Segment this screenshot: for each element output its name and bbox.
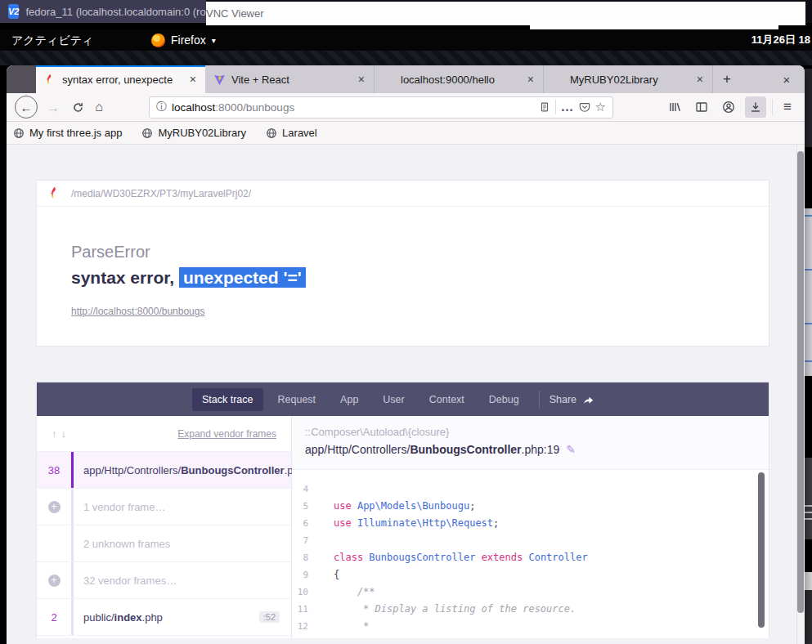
desktop-wallpaper [0, 51, 812, 65]
share-button[interactable]: Share [550, 394, 594, 405]
app-menu-label: Firefox [171, 34, 206, 47]
background-window: VNC Viewer [206, 2, 805, 25]
code-line: 6use Illuminate\Http\Request; [292, 515, 769, 532]
url-text[interactable]: localhost:8000/bunbougs [172, 101, 534, 114]
browser-tab[interactable]: MyRUBY02Library× [544, 65, 713, 93]
firefox-icon [151, 34, 165, 47]
forward-button[interactable]: → [43, 96, 64, 118]
home-button[interactable]: ⌂ [88, 96, 110, 118]
tab-close-icon[interactable]: × [188, 73, 198, 86]
navigation-toolbar: ← → ⌂ ⓘ localhost:8000/bunbougs … ☆ [7, 93, 805, 122]
library-button[interactable] [664, 96, 685, 118]
page-scrollbar-track[interactable] [796, 145, 805, 644]
tab-title: MyRUBY02Library [570, 74, 689, 86]
page-actions-button[interactable]: … [561, 100, 574, 114]
frame-label: public/index.php:52 [71, 599, 291, 635]
line-number: 4 [292, 481, 308, 498]
frame-down-button[interactable]: ↓ [61, 427, 71, 440]
line-number: 6 [292, 515, 308, 532]
frame-label: 32 vendor frames… [71, 562, 291, 598]
clock-date[interactable]: 11月26日 18 [751, 29, 810, 51]
library-icon [668, 101, 681, 114]
tab-close-icon[interactable]: × [526, 73, 536, 86]
tab-close-icon[interactable]: × [357, 73, 366, 86]
error-tab-request[interactable]: Request [268, 388, 326, 411]
ignition-flame-icon [48, 186, 61, 200]
url-bar[interactable]: ⓘ localhost:8000/bunbougs … ☆ [149, 96, 613, 119]
code-line: 8class BunbougsController extends Contro… [292, 549, 769, 566]
reload-button[interactable] [67, 96, 88, 118]
site-info-icon[interactable]: ⓘ [156, 100, 167, 114]
activities-button[interactable]: アクティビティ [11, 29, 93, 51]
error-tab-user[interactable]: User [373, 388, 414, 411]
bookmark-star-button[interactable]: ☆ [595, 100, 606, 114]
tab-strip: syntax error, unexpecte×Vite + React×loc… [7, 65, 805, 93]
reader-mode-icon [539, 101, 550, 113]
line-number: 9 [292, 566, 308, 584]
frame-label: 1 vendor frame… [71, 489, 291, 525]
tabstrip-left-block [7, 65, 36, 93]
window-close-button[interactable]: × [769, 65, 805, 93]
back-button[interactable]: ← [15, 96, 38, 119]
frames-panel-header: ↑↓ Expand vendor frames [37, 416, 291, 452]
edit-file-icon[interactable]: ✎ [566, 443, 576, 456]
account-button[interactable] [718, 96, 739, 118]
sidebar-icon [695, 101, 708, 114]
project-path: /media/WD30EZRX/PT3/myLaravelPrj02/ [71, 188, 251, 199]
error-tabs-bar: Stack traceRequestAppUserContextDebug Sh… [37, 382, 769, 416]
browser-tab[interactable]: localhost:9000/hello× [375, 65, 544, 93]
expand-plus-icon[interactable]: + [48, 501, 61, 513]
back-icon: ← [20, 101, 33, 114]
downloads-button[interactable] [745, 96, 766, 118]
share-label: Share [550, 394, 576, 405]
toolbar-buttons: ≡ [664, 96, 792, 118]
code-scrollbar-thumb[interactable] [758, 472, 765, 628]
pocket-button[interactable] [579, 101, 590, 113]
frame-up-button[interactable]: ↑ [52, 427, 61, 440]
error-class: ParseError [71, 243, 769, 262]
error-tab-context[interactable]: Context [419, 388, 474, 411]
line-number: 5 [292, 498, 308, 515]
sidebar-button[interactable] [691, 96, 712, 118]
downloads-icon [749, 101, 762, 114]
request-url-link[interactable]: http://localhost:8000/bunbougs [71, 306, 204, 317]
app-menu-firefox[interactable]: Firefox ▾ [151, 29, 216, 51]
code-line: 12 * [292, 618, 769, 635]
reload-icon [72, 101, 84, 114]
background-fragment [805, 458, 812, 539]
new-tab-button[interactable]: + [713, 65, 741, 93]
collapsed-frames-row[interactable]: 2 unknown frames [37, 525, 291, 562]
bookmark-item[interactable]: MyRUBY02Library [141, 127, 246, 139]
error-tab-debug[interactable]: Debug [479, 388, 529, 411]
frame-count: + [37, 489, 71, 525]
tabs-divider [539, 391, 540, 409]
stack-frame-row[interactable]: 38app/Http/Controllers/BunbougsControlle… [37, 452, 291, 489]
frame-count: 38 [37, 452, 71, 488]
error-tab-stack-trace[interactable]: Stack trace [192, 388, 263, 411]
stack-trace-card: Stack traceRequestAppUserContextDebug Sh… [36, 382, 769, 637]
bookmark-item[interactable]: My first three.js app [13, 127, 122, 139]
expand-plus-icon[interactable]: + [48, 575, 61, 587]
expand-vendor-frames-link[interactable]: Expand vendor frames [177, 428, 276, 440]
stack-frame-row[interactable]: 2public/index.php:52 [37, 599, 291, 636]
gnome-top-bar: アクティビティ Firefox ▾ 11月26日 18 [0, 29, 812, 51]
error-tab-app[interactable]: App [330, 388, 368, 411]
ignition-favicon [43, 73, 56, 86]
reader-mode-button[interactable] [539, 101, 550, 113]
vnc-app-icon: V2 [8, 4, 19, 19]
browser-tab[interactable]: syntax error, unexpecte× [36, 65, 205, 93]
collapsed-frames-row[interactable]: +32 vendor frames… [37, 562, 291, 599]
menu-button[interactable]: ≡ [783, 99, 792, 115]
page-scrollbar-thumb[interactable] [797, 151, 804, 613]
bookmarks-toolbar: My first three.js appMyRUBY02LibraryLara… [7, 122, 805, 145]
tab-close-icon[interactable]: × [695, 73, 705, 86]
globe-icon [141, 127, 153, 139]
closure-label: ::Composer\Autoload\{closure} [305, 426, 756, 438]
toolbar-divider [772, 99, 773, 115]
file-path: app/Http/Controllers/BunbougsController.… [305, 443, 756, 456]
bookmark-item[interactable]: Laravel [266, 127, 317, 139]
browser-tab[interactable]: Vite + React× [205, 65, 375, 93]
trace-body: ↑↓ Expand vendor frames 38app/Http/Contr… [37, 416, 769, 638]
collapsed-frames-row[interactable]: +1 vendor frame… [37, 489, 291, 525]
vnc-titlebar-dark-segment: V2 fedora_11 (localhost.localdomain:0 (r… [0, 0, 206, 23]
